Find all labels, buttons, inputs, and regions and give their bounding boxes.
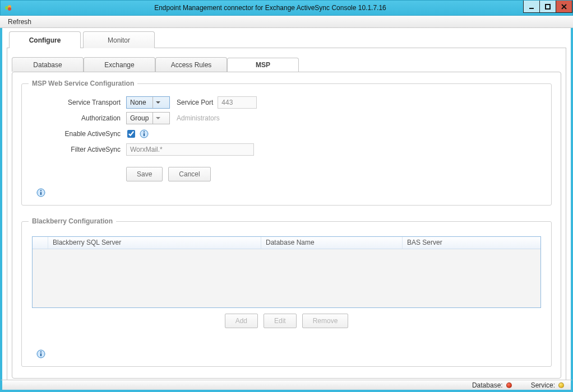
svg-rect-6 <box>144 133 145 136</box>
authorization-combo[interactable]: Group <box>126 112 170 124</box>
svg-rect-7 <box>144 132 145 133</box>
window-title: Endpoint Management connector for Exchan… <box>13 4 528 12</box>
row-enable-activesync: Enable ActiveSync <box>32 127 541 141</box>
tab-label: Monitor <box>108 36 130 44</box>
service-port-input[interactable] <box>218 96 257 109</box>
blackberry-table[interactable]: Blackberry SQL Server Database Name BAS … <box>32 236 541 308</box>
enable-activesync-checkbox[interactable] <box>127 130 135 138</box>
enable-activesync-label: Enable ActiveSync <box>32 130 126 138</box>
row-filter-activesync: Filter ActiveSync <box>32 142 541 157</box>
svg-rect-12 <box>40 353 41 356</box>
tab-label: Access Rules <box>171 61 212 69</box>
info-icon[interactable] <box>140 129 149 138</box>
cancel-button[interactable]: Cancel <box>168 167 210 181</box>
svg-rect-9 <box>40 192 41 195</box>
row-handle-column <box>33 237 48 249</box>
col-database-name[interactable]: Database Name <box>261 237 403 249</box>
table-header: Blackberry SQL Server Database Name BAS … <box>33 237 540 249</box>
info-icon[interactable] <box>36 188 45 197</box>
service-transport-combo[interactable]: None <box>126 96 170 109</box>
button-label: Remove <box>313 317 338 325</box>
service-port-label: Service Port <box>177 99 213 106</box>
button-label: Cancel <box>179 170 200 178</box>
tab-label: Exchange <box>104 61 134 69</box>
col-sql-server[interactable]: Blackberry SQL Server <box>48 237 261 249</box>
svg-rect-13 <box>40 352 41 353</box>
svg-rect-3 <box>529 8 534 9</box>
chevron-down-icon <box>153 113 163 124</box>
tab-label: Configure <box>29 36 61 44</box>
blackberry-group: Blackberry Configuration Blackberry SQL … <box>21 221 552 367</box>
tab-exchange[interactable]: Exchange <box>84 57 155 72</box>
group-legend: MSP Web Service Configuration <box>29 80 137 87</box>
remove-button[interactable]: Remove <box>302 314 349 328</box>
app-icon <box>4 3 13 12</box>
filter-activesync-label: Filter ActiveSync <box>32 146 126 153</box>
save-button[interactable]: Save <box>126 167 163 181</box>
tab-label: MSP <box>256 61 270 69</box>
content-area: Configure Monitor Database Exchange Acce… <box>0 28 573 380</box>
tab-access-rules[interactable]: Access Rules <box>155 57 227 72</box>
blackberry-buttons: Add Edit Remove <box>32 314 541 328</box>
row-service-transport: Service Transport None Service Port <box>32 95 541 110</box>
tab-monitor[interactable]: Monitor <box>83 31 155 48</box>
sub-tabs: Database Exchange Access Rules MSP <box>12 57 561 72</box>
group-legend: Blackberry Configuration <box>29 217 116 225</box>
row-authorization: Authorization Group Administrators <box>32 111 541 125</box>
authorization-label: Authorization <box>32 114 126 122</box>
maximize-button[interactable] <box>539 1 556 13</box>
combo-value: Group <box>127 114 153 122</box>
msp-panel: MSP Web Service Configuration Service Tr… <box>12 72 561 379</box>
tab-configure[interactable]: Configure <box>9 31 81 48</box>
button-label: Edit <box>274 317 286 325</box>
database-status-label: Database: <box>472 381 503 389</box>
window-controls <box>524 1 572 13</box>
filter-activesync-input[interactable] <box>126 143 254 156</box>
primary-tabs: Configure Monitor <box>7 31 566 48</box>
edit-button[interactable]: Edit <box>264 314 297 328</box>
status-bar: Database: Service: <box>0 380 573 392</box>
button-label: Save <box>137 170 152 178</box>
tab-msp[interactable]: MSP <box>227 58 299 72</box>
close-button[interactable] <box>556 1 572 13</box>
svg-rect-4 <box>546 4 550 9</box>
msp-web-service-group: MSP Web Service Configuration Service Tr… <box>21 83 552 206</box>
button-label: Add <box>235 317 247 325</box>
title-bar: Endpoint Management connector for Exchan… <box>0 0 573 16</box>
refresh-menu[interactable]: Refresh <box>4 17 35 27</box>
minimize-button[interactable] <box>523 1 540 13</box>
col-bas-server[interactable]: BAS Server <box>403 237 540 249</box>
chevron-down-icon <box>153 97 163 108</box>
svg-rect-10 <box>40 190 41 192</box>
authorization-detail: Administrators <box>177 114 220 122</box>
tab-label: Database <box>33 61 62 69</box>
service-transport-label: Service Transport <box>32 99 126 106</box>
info-icon[interactable] <box>36 349 45 358</box>
tab-database[interactable]: Database <box>12 57 84 72</box>
svg-point-2 <box>8 7 11 11</box>
service-status-label: Service: <box>531 381 555 389</box>
service-status-dot <box>558 382 564 388</box>
menu-bar: Refresh <box>0 16 573 28</box>
database-status-dot <box>506 382 512 388</box>
configure-panel: Database Exchange Access Rules MSP MSP W… <box>7 48 566 384</box>
row-buttons: Save Cancel <box>32 167 541 181</box>
add-button[interactable]: Add <box>225 314 258 328</box>
combo-value: None <box>127 99 153 106</box>
